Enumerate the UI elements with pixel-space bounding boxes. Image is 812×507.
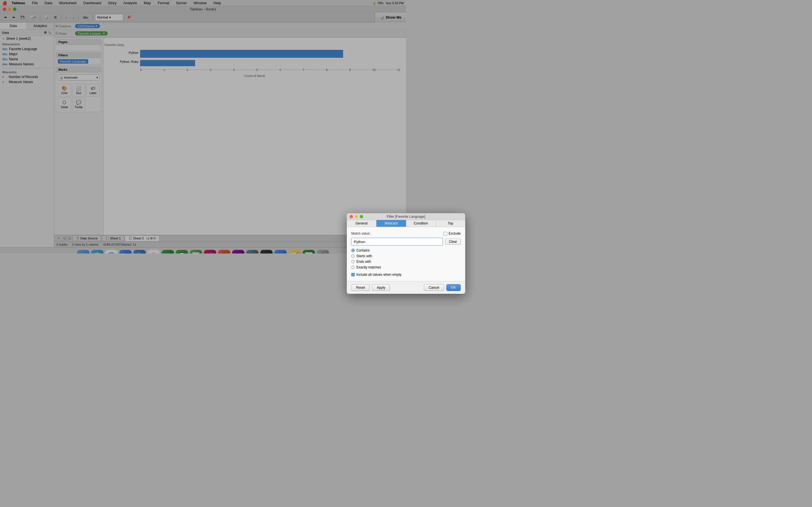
match-value-input[interactable] [351, 238, 406, 245]
modal-close-btn[interactable] [350, 215, 353, 218]
modal-overlay: Filter [Favorite Language] General Wildc… [0, 0, 406, 253]
radio-contains-label: Contains [356, 248, 370, 252]
filter-tab-general[interactable]: General [347, 220, 376, 227]
radio-contains[interactable]: Contains [351, 248, 406, 252]
radio-contains-circle [351, 249, 355, 252]
filter-tab-wildcard[interactable]: Wildcard [376, 220, 406, 227]
modal-max-btn[interactable] [360, 215, 363, 218]
search-row: Clear [351, 238, 406, 245]
modal-body: Match value: Exclude Clear Contains Star… [347, 227, 406, 253]
modal-tabs: General Wildcard Condition Top [347, 220, 406, 227]
modal-min-btn[interactable] [355, 215, 358, 218]
modal-title: Filter [Favorite Language] [387, 215, 406, 219]
match-value-row: Match value: Exclude [351, 231, 406, 235]
modal-window-controls [350, 215, 363, 218]
filter-dialog: Filter [Favorite Language] General Wildc… [347, 213, 406, 253]
modal-titlebar: Filter [Favorite Language] [347, 213, 406, 220]
match-value-label: Match value: [351, 231, 370, 235]
radio-group: Contains Starts with Ends with Exactly m… [351, 248, 406, 253]
